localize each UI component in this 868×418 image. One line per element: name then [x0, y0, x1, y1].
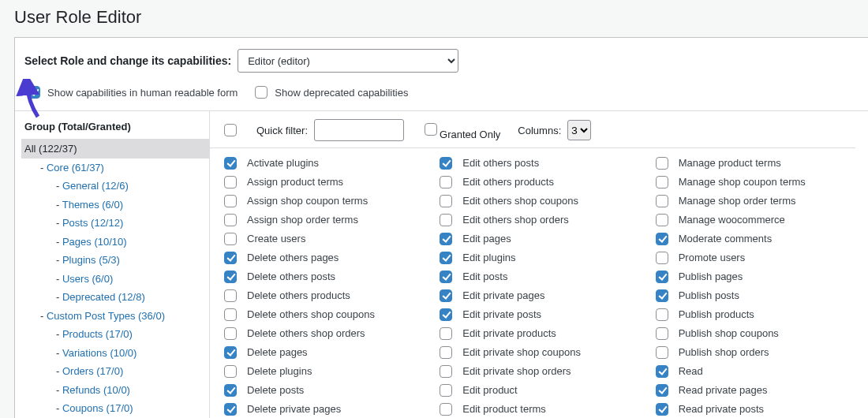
capability-checkbox[interactable] — [224, 346, 237, 359]
capability-item[interactable]: Edit private posts — [436, 306, 639, 323]
role-select[interactable]: Editor (editor) — [238, 49, 458, 73]
capability-item[interactable]: Delete others shop orders — [221, 325, 424, 342]
group-item[interactable]: - Pages (10/10) — [21, 233, 209, 252]
capability-checkbox[interactable] — [656, 271, 668, 283]
capability-checkbox[interactable] — [656, 327, 668, 340]
group-item[interactable]: - Themes (6/0) — [21, 196, 209, 215]
capability-checkbox[interactable] — [440, 214, 452, 226]
capability-item[interactable]: Manage woocommerce — [653, 211, 855, 229]
group-item[interactable]: - Deprecated (12/8) — [21, 288, 209, 307]
capability-item[interactable]: Edit private products — [436, 325, 639, 342]
capability-checkbox[interactable] — [440, 308, 452, 321]
capability-checkbox[interactable] — [440, 271, 452, 283]
capability-checkbox[interactable] — [440, 233, 452, 245]
capability-checkbox[interactable] — [656, 176, 668, 188]
capability-item[interactable]: Manage shop coupon terms — [653, 174, 855, 191]
capability-item[interactable]: Edit others shop orders — [436, 211, 639, 229]
capability-checkbox[interactable] — [224, 233, 237, 245]
capability-item[interactable]: Delete others shop coupons — [221, 306, 424, 323]
capability-checkbox[interactable] — [440, 384, 452, 397]
capability-item[interactable]: Publish shop coupons — [653, 325, 855, 342]
capability-item[interactable]: Edit others shop coupons — [436, 192, 639, 210]
capability-item[interactable]: Activate plugins — [221, 155, 424, 172]
capability-checkbox[interactable] — [656, 384, 668, 397]
capability-checkbox[interactable] — [224, 289, 237, 302]
deprecated-option[interactable]: Show deprecated capabilities — [252, 84, 408, 101]
capability-item[interactable]: Delete plugins — [221, 363, 424, 380]
group-item[interactable]: - Products (17/0) — [21, 325, 209, 344]
capability-checkbox[interactable] — [440, 195, 452, 207]
human-readable-option[interactable]: Show capabilities in human readable form — [24, 84, 238, 101]
capability-checkbox[interactable] — [224, 308, 237, 321]
capability-checkbox[interactable] — [440, 327, 452, 340]
deprecated-checkbox[interactable] — [255, 86, 268, 99]
capability-item[interactable]: Read private posts — [653, 401, 855, 418]
human-readable-checkbox[interactable] — [28, 86, 40, 99]
group-item[interactable]: - Posts (12/12) — [21, 214, 209, 233]
capability-checkbox[interactable] — [656, 308, 668, 321]
granted-only-checkbox[interactable] — [425, 123, 437, 136]
capability-checkbox[interactable] — [656, 403, 668, 416]
capability-item[interactable]: Assign product terms — [221, 174, 424, 191]
capability-checkbox[interactable] — [656, 365, 668, 378]
capability-item[interactable]: Edit others products — [436, 174, 639, 191]
capability-checkbox[interactable] — [224, 271, 237, 283]
capability-item[interactable]: Promote users — [653, 249, 855, 267]
capability-item[interactable]: Moderate comments — [653, 230, 855, 248]
capability-checkbox[interactable] — [224, 214, 237, 226]
select-all-checkbox[interactable] — [224, 124, 237, 136]
capability-item[interactable]: Edit plugins — [436, 249, 639, 267]
granted-only-option[interactable]: Granted Only — [421, 121, 500, 140]
capability-checkbox[interactable] — [440, 346, 452, 359]
capability-item[interactable]: Delete others products — [221, 287, 424, 304]
capability-checkbox[interactable] — [440, 289, 452, 302]
group-item[interactable]: All (122/37) — [21, 140, 209, 159]
capability-item[interactable]: Edit pages — [436, 230, 639, 248]
capability-item[interactable]: Edit private pages — [436, 287, 639, 304]
columns-select[interactable]: 3 — [567, 120, 591, 140]
capability-item[interactable]: Read — [653, 363, 855, 380]
capability-item[interactable]: Publish products — [653, 306, 855, 323]
group-item[interactable]: - General (12/6) — [21, 177, 209, 196]
group-item[interactable]: - Users (6/0) — [21, 270, 209, 289]
capability-item[interactable]: Create users — [221, 230, 424, 248]
capability-item[interactable]: Delete posts — [221, 382, 424, 399]
group-item[interactable]: - Variations (10/0) — [21, 344, 209, 363]
capability-checkbox[interactable] — [224, 252, 237, 264]
capability-checkbox[interactable] — [440, 176, 452, 188]
capability-item[interactable]: Edit private shop coupons — [436, 344, 639, 361]
capability-item[interactable]: Edit others posts — [436, 155, 639, 172]
capability-item[interactable]: Edit private shop orders — [436, 363, 639, 380]
capability-item[interactable]: Publish posts — [653, 287, 855, 304]
capability-item[interactable]: Edit product — [436, 382, 639, 399]
capability-checkbox[interactable] — [224, 384, 237, 397]
capability-checkbox[interactable] — [440, 403, 452, 416]
group-item[interactable]: - Coupons (17/0) — [21, 399, 209, 418]
capability-item[interactable]: Publish pages — [653, 268, 855, 286]
capability-item[interactable]: Read private pages — [653, 382, 855, 399]
capability-item[interactable]: Publish shop orders — [653, 344, 855, 361]
group-item[interactable]: - Custom Post Types (36/0) — [21, 307, 209, 326]
capability-checkbox[interactable] — [224, 176, 237, 188]
capability-item[interactable]: Delete others posts — [221, 268, 424, 286]
capability-checkbox[interactable] — [224, 403, 237, 416]
capability-item[interactable]: Edit product terms — [436, 401, 639, 418]
capability-checkbox[interactable] — [656, 157, 668, 170]
quick-filter-input[interactable] — [314, 119, 404, 141]
capability-item[interactable]: Edit posts — [436, 268, 639, 286]
capability-item[interactable]: Delete private pages — [221, 401, 424, 418]
capability-checkbox[interactable] — [440, 365, 452, 378]
capability-checkbox[interactable] — [224, 327, 237, 340]
capability-item[interactable]: Assign shop coupon terms — [221, 192, 424, 210]
capability-item[interactable]: Manage shop order terms — [653, 192, 855, 210]
capability-checkbox[interactable] — [656, 233, 668, 245]
group-item[interactable]: - Refunds (10/0) — [21, 381, 209, 400]
capability-checkbox[interactable] — [656, 195, 668, 207]
capability-checkbox[interactable] — [656, 252, 668, 264]
group-item[interactable]: - Orders (17/0) — [21, 362, 209, 381]
capability-item[interactable]: Delete others pages — [221, 249, 424, 267]
capability-checkbox[interactable] — [656, 346, 668, 359]
capability-checkbox[interactable] — [440, 157, 452, 170]
capability-checkbox[interactable] — [656, 289, 668, 302]
group-item[interactable]: - Plugins (5/3) — [21, 251, 209, 270]
